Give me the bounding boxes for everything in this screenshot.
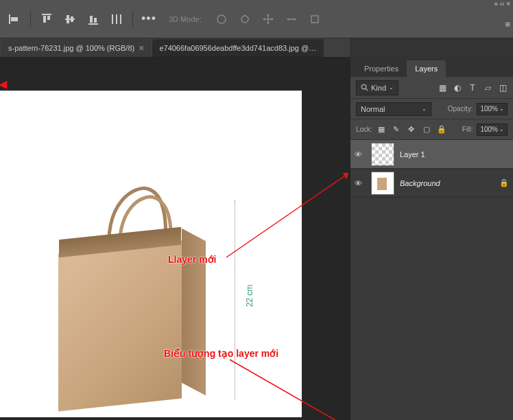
layer-filter-row: Kind ⌄ ▦ ◐ T ▱ ◫ <box>350 77 513 99</box>
svg-rect-4 <box>47 16 50 20</box>
svg-point-20 <box>361 84 366 89</box>
lock-icon[interactable]: 🔒 <box>499 178 509 187</box>
svg-point-15 <box>241 16 248 23</box>
layer-kind-filter[interactable]: Kind ⌄ <box>356 80 398 95</box>
layers-tab[interactable]: Layers <box>407 60 446 77</box>
svg-rect-9 <box>90 16 93 23</box>
3d-scale-icon[interactable] <box>305 9 325 30</box>
lock-all-icon[interactable]: 🔒 <box>437 125 446 134</box>
annotation-new-layer: Llayer mới <box>168 254 216 265</box>
chevron-down-icon: ⌄ <box>389 84 394 91</box>
filter-shape-icon[interactable]: ▱ <box>483 83 492 93</box>
dim-guide-v <box>235 200 235 399</box>
layer-thumbnail[interactable] <box>371 172 394 195</box>
align-vcenter-icon[interactable] <box>60 9 80 30</box>
3d-roll-icon[interactable] <box>235 9 255 30</box>
doc-tab-0[interactable]: s-pattern-76231.jpg @ 100% (RGB/8) × <box>1 39 151 57</box>
chevron-down-icon: ⌄ <box>422 106 427 112</box>
close-tab-icon[interactable]: × <box>139 43 144 54</box>
lock-pixels-icon[interactable]: ▦ <box>377 125 386 134</box>
filter-adjust-icon[interactable]: ◐ <box>453 83 462 93</box>
properties-tab[interactable]: Properties <box>356 60 407 77</box>
svg-rect-0 <box>9 14 10 24</box>
canvas[interactable]: 22 cm 16 cm 8 cm Llayer mới Biểu tượng t… <box>0 58 350 420</box>
align-bottom-icon[interactable] <box>83 9 104 30</box>
layer-row-1[interactable]: 👁 Background 🔒 <box>350 169 513 198</box>
search-icon <box>361 84 368 91</box>
document-tabs: s-pattern-76231.jpg @ 100% (RGB/8) × e74… <box>0 38 350 58</box>
distribute-icon[interactable] <box>106 9 127 30</box>
visibility-toggle-icon[interactable]: 👁 <box>355 179 366 187</box>
fill-value[interactable]: 100%⌄ <box>477 124 508 136</box>
options-bar: ••• 3D Mode: <box>0 0 513 38</box>
bag-image <box>38 151 243 420</box>
align-top-icon[interactable] <box>36 9 57 30</box>
window-controls: « ‹‹ × <box>494 0 510 8</box>
3d-slide-icon[interactable] <box>281 9 302 30</box>
blend-mode-select[interactable]: Normal ⌄ <box>356 102 431 116</box>
lock-row: Lock: ▦ ✎ ✥ ▢ 🔒 Fill: 100%⌄ <box>350 119 513 140</box>
3d-orbit-icon[interactable] <box>211 9 232 30</box>
layer-name[interactable]: Layer 1 <box>400 150 425 159</box>
opacity-value[interactable]: 100%⌄ <box>477 103 508 115</box>
annotation-pointer: ◀ <box>0 78 7 91</box>
filter-smart-icon[interactable]: ◫ <box>498 83 508 93</box>
layer-row-0[interactable]: 👁 Layer 1 <box>350 140 513 169</box>
opacity-label: Opacity: <box>448 105 473 113</box>
svg-point-14 <box>217 15 226 23</box>
panel-menu-icon[interactable]: ≡ <box>505 19 510 30</box>
svg-rect-2 <box>42 14 51 15</box>
lock-position-icon[interactable]: ✥ <box>407 125 416 134</box>
lock-brush-icon[interactable]: ✎ <box>392 125 401 134</box>
blend-mode-value: Normal <box>361 105 385 113</box>
fill-label: Fill: <box>462 126 473 133</box>
svg-rect-13 <box>120 14 121 24</box>
svg-marker-18 <box>343 173 348 179</box>
blend-mode-row: Normal ⌄ Opacity: 100%⌄ <box>350 99 513 119</box>
svg-rect-11 <box>112 14 113 24</box>
lock-artboard-icon[interactable]: ▢ <box>422 125 431 134</box>
filter-type-icon[interactable]: T <box>468 83 477 93</box>
layers-list: 👁 Layer 1 👁 Background 🔒 <box>350 140 513 420</box>
layer-thumbnail[interactable] <box>371 143 394 166</box>
svg-rect-6 <box>67 15 69 23</box>
more-options-icon[interactable]: ••• <box>139 9 159 30</box>
svg-rect-16 <box>311 16 318 23</box>
3d-pan-icon[interactable] <box>258 9 278 30</box>
svg-rect-1 <box>11 17 18 21</box>
annotation-new-layer-icon: Biểu tượng tạo layer mới <box>164 348 278 359</box>
layers-panel: Properties Layers ≡ Kind ⌄ ▦ ◐ T ▱ ◫ Nor… <box>350 58 513 420</box>
visibility-toggle-icon[interactable]: 👁 <box>355 150 366 159</box>
tab-label: e74066fa06956deabdffe3dd741acd83.jpg @ 5… <box>159 44 317 52</box>
svg-rect-12 <box>116 14 117 24</box>
dim-height: 22 cm <box>245 285 254 307</box>
svg-rect-10 <box>94 18 97 23</box>
filter-pixel-icon[interactable]: ▦ <box>438 83 447 93</box>
svg-rect-3 <box>43 16 46 23</box>
filter-label: Kind <box>371 84 386 92</box>
svg-line-21 <box>366 89 368 91</box>
align-left-icon[interactable] <box>4 9 25 30</box>
svg-rect-8 <box>88 23 98 25</box>
svg-rect-7 <box>71 16 73 22</box>
panel-tabs: Properties Layers <box>350 58 513 77</box>
artboard <box>0 91 302 417</box>
3d-mode-label: 3D Mode: <box>169 15 202 23</box>
layer-name[interactable]: Background <box>400 179 440 187</box>
lock-label: Lock: <box>356 126 372 133</box>
doc-tab-1[interactable]: e74066fa06956deabdffe3dd741acd83.jpg @ 5… <box>152 39 324 57</box>
tab-label: s-pattern-76231.jpg @ 100% (RGB/8) <box>8 44 134 52</box>
